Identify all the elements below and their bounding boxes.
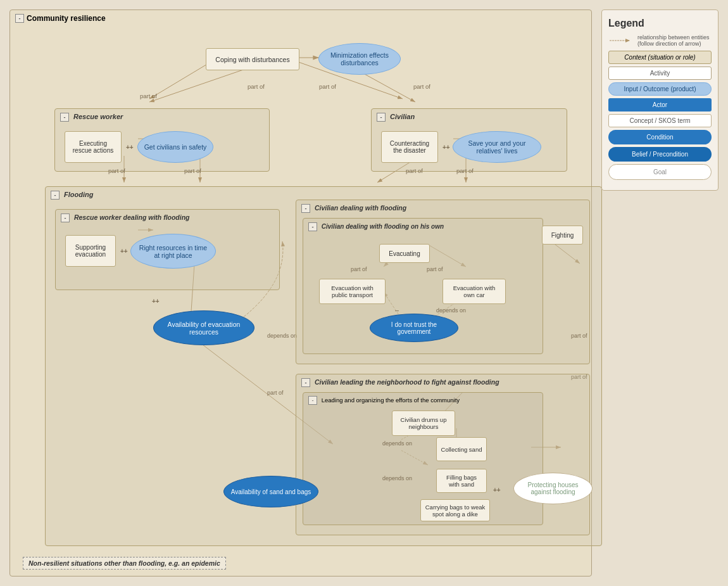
civilian-leading-group: - Civilian leading the neighborhood to f… xyxy=(296,374,590,535)
part-of-label-4: part of xyxy=(413,83,430,90)
depends-on-label-1: depends on xyxy=(267,333,297,339)
civilian-title: - Civilian xyxy=(377,113,415,122)
pp-civilian: ++ xyxy=(442,144,450,151)
part-of-inside-2: part of xyxy=(427,266,443,272)
rescue-worker-title: - Rescue worker xyxy=(60,113,123,122)
rescue-worker-group: - Rescue worker Executing rescue actions… xyxy=(54,108,270,172)
evacuating-node: Evacuating xyxy=(379,244,430,263)
rescue-flooding-group: - Rescue worker dealing with flooding Su… xyxy=(55,209,280,290)
no-trust-node: I do not trust the government xyxy=(370,314,458,342)
main-diagram: - Community resilience xyxy=(9,10,592,576)
civilian-leading-title: - Civilian leading the neighborhood to f… xyxy=(301,378,499,387)
pp-rescue: ++ xyxy=(126,144,134,151)
legend-context-item: Context (situation or role) xyxy=(608,51,712,64)
legend-activity-item: Activity xyxy=(608,67,712,80)
svg-line-25 xyxy=(149,61,213,99)
part-of-inside-1: part of xyxy=(351,266,367,272)
part-of-label-7: part of xyxy=(406,167,423,174)
part-of-label-9: part of xyxy=(267,390,284,396)
coping-disturbances-node: Coping with disturbances xyxy=(206,48,299,70)
save-lives-node: Save your and your relatives' lives xyxy=(453,131,541,163)
legend-condition-item: Condition xyxy=(608,130,712,144)
part-of-label-3: part of xyxy=(319,83,336,90)
protecting-node: Protecting houses against flooding xyxy=(513,473,593,504)
legend-arrow-icon xyxy=(608,37,634,44)
civilian-drums-node: Civilian drums up neighbours xyxy=(392,411,455,436)
part-of-label-1: part of xyxy=(140,92,157,99)
civilian-own-title: - Civilian dealing with flooding on his … xyxy=(308,222,444,231)
legend-goal-item: Goal xyxy=(608,164,712,180)
leading-org-group: - Leading and organizing the efforts of … xyxy=(303,392,543,525)
pp-bags: ++ xyxy=(493,487,501,494)
collecting-sand-node: Collecting sand xyxy=(436,437,487,461)
depends-on-label-4: depends on xyxy=(382,475,412,481)
legend-actor-item: Actor xyxy=(608,98,712,111)
flooding-title: - Flooding xyxy=(51,191,94,200)
civilian-group: - Civilian Counteracting the disaster ++… xyxy=(371,108,567,172)
evac-public-node: Evacuation with public transport xyxy=(319,279,386,304)
civilian-flooding-title: - Civilian dealing with flooding xyxy=(301,204,406,213)
main-title: Community resilience xyxy=(27,14,106,23)
executing-rescue-node: Executing rescue actions xyxy=(65,131,122,163)
filling-bags-node: Filling bags with sand xyxy=(436,469,487,493)
legend-arrow-row: relationship between entities (follow di… xyxy=(608,34,712,47)
part-of-label-5: part of xyxy=(108,167,125,174)
legend-title: Legend xyxy=(608,18,712,29)
part-of-label-right: part of xyxy=(571,333,587,339)
depends-on-label-3: depends on xyxy=(382,440,412,447)
bottom-note: Non-resilient situations other than floo… xyxy=(23,557,226,570)
pp-support: ++ xyxy=(120,248,128,255)
evac-car-node: Evacuation with own car xyxy=(442,279,506,304)
flooding-group: - Flooding - Rescue worker dealing with … xyxy=(45,186,602,546)
right-resources-node: Right resources in time at right place xyxy=(130,234,216,269)
avail-evac-node: Availability of evacuation resources xyxy=(153,310,254,345)
dash-label: -- xyxy=(395,307,399,314)
legend-concept-item: Concept / SKOS term xyxy=(608,114,712,127)
leading-org-label: - Leading and organizing the efforts of … xyxy=(308,396,460,405)
legend-input-item: Input / Outcome (product) xyxy=(608,82,712,96)
civilian-own-group: - Civilian dealing with flooding on his … xyxy=(303,218,543,354)
avail-sand-node: Availability of sand and bags xyxy=(223,476,318,507)
counteracting-node: Counteracting the disaster xyxy=(381,131,438,163)
get-civilians-node: Get civilians in safety xyxy=(137,131,213,163)
carrying-bags-node: Carrying bags to weak spot along a dike xyxy=(420,499,490,521)
pp-avail: ++ xyxy=(152,298,160,305)
supporting-evac-node: Supporting evacuation xyxy=(65,235,116,267)
part-of-label-2: part of xyxy=(248,83,265,90)
part-of-label-6: part of xyxy=(184,167,201,174)
rescue-flooding-title: - Rescue worker dealing with flooding xyxy=(61,213,190,222)
main-collapse-btn[interactable]: - xyxy=(15,14,24,23)
fighting-node: Fighting xyxy=(542,226,583,245)
legend-panel: Legend relationship between entities (fo… xyxy=(601,10,719,191)
minimization-node: Minimization effects disturbances xyxy=(318,43,401,75)
part-of-label-8: part of xyxy=(456,167,474,174)
depends-on-label-2: depends on xyxy=(436,307,466,314)
svg-line-3 xyxy=(149,67,251,102)
civilian-flooding-group: - Civilian dealing with flooding - Civil… xyxy=(296,200,590,364)
legend-belief-item: Belief / Precondition xyxy=(608,147,712,162)
